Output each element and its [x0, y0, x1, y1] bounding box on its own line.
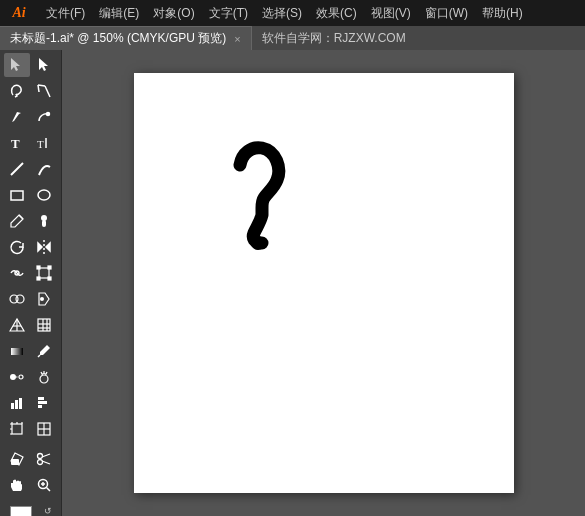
svg-marker-17: [46, 243, 50, 251]
menu-select[interactable]: 选择(S): [256, 3, 308, 24]
menu-type[interactable]: 文字(T): [203, 3, 254, 24]
svg-rect-47: [38, 397, 44, 400]
tool-row-gradient: [0, 338, 61, 364]
bar-graph-tool[interactable]: [31, 391, 57, 415]
magic-wand-tool[interactable]: [31, 79, 57, 103]
active-tab[interactable]: 未标题-1.ai* @ 150% (CMYK/GPU 预览) ×: [0, 26, 251, 50]
svg-rect-23: [48, 277, 51, 280]
fill-color-box[interactable]: [10, 506, 32, 516]
direct-selection-tool[interactable]: [31, 53, 57, 77]
reflect-tool[interactable]: [31, 235, 57, 259]
svg-line-2: [45, 86, 50, 97]
free-transform-tool[interactable]: [31, 261, 57, 285]
tab-close-button[interactable]: ×: [234, 33, 240, 45]
menu-edit[interactable]: 编辑(E): [93, 3, 145, 24]
svg-line-64: [42, 454, 50, 457]
arc-tool[interactable]: [31, 157, 57, 181]
rotate-tool[interactable]: [4, 235, 30, 259]
tool-row-selection: [0, 52, 61, 78]
menu-window[interactable]: 窗口(W): [419, 3, 474, 24]
paintbrush-tool[interactable]: [4, 209, 30, 233]
svg-rect-35: [11, 348, 23, 355]
pen-tool[interactable]: [4, 105, 30, 129]
scissors-tool[interactable]: [31, 447, 57, 471]
mesh-tool[interactable]: [31, 313, 57, 337]
eraser-tool[interactable]: [4, 447, 30, 471]
svg-rect-22: [37, 277, 40, 280]
svg-rect-21: [48, 266, 51, 269]
svg-rect-48: [38, 401, 47, 404]
line-segment-tool[interactable]: [4, 157, 30, 181]
menu-effect[interactable]: 效果(C): [310, 3, 363, 24]
tool-row-zoom: [0, 472, 61, 498]
svg-rect-10: [11, 191, 23, 200]
reset-colors[interactable]: ↺: [44, 506, 52, 516]
warp-tool[interactable]: [4, 261, 30, 285]
title-bar: Ai 文件(F) 编辑(E) 对象(O) 文字(T) 选择(S) 效果(C) 视…: [0, 0, 585, 26]
blend-tool[interactable]: [4, 365, 30, 389]
tool-row-pen: [0, 104, 61, 130]
gradient-tool[interactable]: [4, 339, 30, 363]
svg-rect-14: [42, 220, 46, 227]
rectangle-tool[interactable]: [4, 183, 30, 207]
svg-line-12: [19, 215, 23, 219]
canvas-area: [62, 50, 585, 516]
tool-row-rect: [0, 182, 61, 208]
svg-rect-44: [11, 403, 14, 409]
eyedropper-tool[interactable]: [31, 339, 57, 363]
tool-row-line: [0, 156, 61, 182]
svg-line-67: [47, 488, 51, 492]
menu-help[interactable]: 帮助(H): [476, 3, 529, 24]
svg-marker-16: [38, 243, 42, 251]
svg-line-9: [11, 163, 23, 175]
column-graph-tool[interactable]: [4, 391, 30, 415]
svg-point-25: [16, 295, 24, 303]
hand-tool[interactable]: [4, 473, 30, 497]
shape-builder-tool[interactable]: [4, 287, 30, 311]
svg-marker-0: [11, 58, 20, 71]
svg-text:T: T: [37, 138, 44, 150]
tool-row-paintbrush: [0, 208, 61, 234]
curvature-tool[interactable]: [31, 105, 57, 129]
svg-point-62: [38, 454, 43, 459]
tool-row-shapebuilder: [0, 286, 61, 312]
slice-tool[interactable]: [31, 417, 57, 441]
artboard-tool[interactable]: [4, 417, 30, 441]
type-tool[interactable]: T: [4, 131, 30, 155]
svg-point-40: [40, 375, 48, 383]
ellipse-tool[interactable]: [31, 183, 57, 207]
blob-brush-tool[interactable]: [31, 209, 57, 233]
tool-row-artboard: [0, 416, 61, 442]
menu-file[interactable]: 文件(F): [40, 3, 91, 24]
artboard: [134, 73, 514, 493]
svg-point-63: [38, 460, 43, 465]
svg-point-38: [19, 375, 23, 379]
menu-object[interactable]: 对象(O): [147, 3, 200, 24]
touch-type-tool[interactable]: T: [31, 131, 57, 155]
question-mark-shape: [224, 133, 304, 266]
symbol-sprayer-tool[interactable]: [31, 365, 57, 389]
perspective-grid-tool[interactable]: [4, 313, 30, 337]
svg-line-43: [46, 372, 47, 374]
svg-rect-20: [37, 266, 40, 269]
zoom-tool[interactable]: [31, 473, 57, 497]
ai-logo: Ai: [6, 2, 32, 24]
live-paint-bucket-tool[interactable]: [31, 287, 57, 311]
svg-point-11: [38, 190, 50, 200]
secondary-tab[interactable]: 软件自学网：RJZXW.COM: [251, 26, 585, 50]
svg-rect-50: [12, 424, 22, 434]
menu-view[interactable]: 视图(V): [365, 3, 417, 24]
selection-tool[interactable]: [4, 53, 30, 77]
svg-point-5: [47, 113, 50, 116]
svg-rect-45: [15, 400, 18, 409]
svg-line-4: [38, 85, 39, 92]
tool-row-warp: [0, 260, 61, 286]
svg-line-65: [42, 461, 50, 464]
svg-rect-30: [38, 319, 50, 331]
secondary-tab-label: 软件自学网：RJZXW.COM: [262, 30, 406, 47]
lasso-tool[interactable]: [4, 79, 30, 103]
svg-text:T: T: [11, 136, 20, 151]
svg-marker-1: [39, 58, 48, 71]
tool-row-graph: [0, 390, 61, 416]
tool-row-blend: [0, 364, 61, 390]
